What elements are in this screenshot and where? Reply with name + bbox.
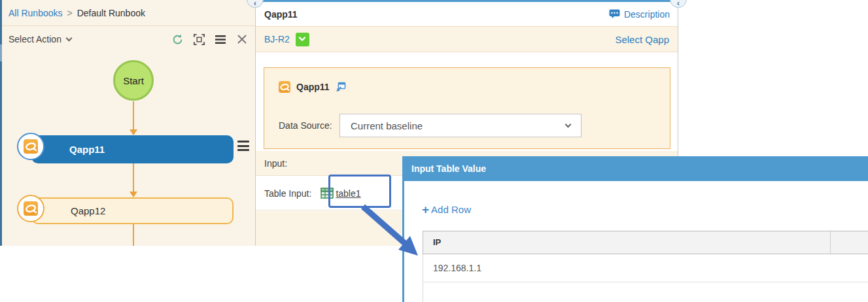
flow-node-qapp11[interactable]: Qapp11 — [31, 135, 234, 163]
plus-icon: + — [422, 203, 429, 216]
column-header-ip: IP — [423, 231, 830, 254]
add-row-button[interactable]: + Add Row — [422, 203, 471, 216]
description-button[interactable]: Description — [609, 9, 670, 20]
breadcrumb: All Runbooks > Default Runbook — [0, 0, 255, 26]
input-table-value-dialog: Input Table Value + Add Row IP 192.168.1… — [402, 156, 868, 302]
table-header-row: IP — [423, 231, 868, 254]
ip-cell: 192.168.1.1 — [433, 263, 481, 273]
detail-title: Qapp11 — [264, 9, 298, 20]
connector-arrowhead — [130, 129, 137, 135]
comment-icon — [609, 9, 620, 19]
runbook-screen: All Runbooks > Default Runbook Select Ac… — [0, 0, 868, 302]
fit-to-screen-icon[interactable] — [192, 33, 205, 46]
add-row-label: Add Row — [431, 204, 471, 215]
detail-header: Qapp11 Description — [256, 2, 678, 26]
canvas-edge-strip — [0, 0, 2, 246]
select-action-label: Select Action — [9, 34, 61, 44]
breadcrumb-all-runbooks[interactable]: All Runbooks — [9, 8, 63, 18]
node-label: Qapp12 — [71, 205, 105, 216]
select-qapp-link[interactable]: Select Qapp — [615, 34, 669, 45]
collapse-right-panel-button[interactable]: ‹ — [670, 0, 687, 8]
table-row-empty[interactable] — [423, 282, 868, 302]
description-label: Description — [624, 9, 670, 20]
runbook-flow-panel: All Runbooks > Default Runbook Select Ac… — [0, 0, 255, 246]
node-qapp12-badge — [17, 195, 44, 222]
card-qapp-title: Qapp11 — [296, 82, 330, 92]
node-qapp11-badge — [17, 133, 44, 160]
table-row[interactable]: 192.168.1.1 — [423, 254, 868, 282]
menu-icon[interactable] — [214, 33, 227, 46]
qapp-icon — [24, 201, 38, 216]
table-input-label: Table Input: — [264, 188, 311, 199]
connector-arrowhead — [130, 192, 137, 197]
device-name: BJ-R2 — [264, 34, 290, 44]
breadcrumb-separator: > — [67, 8, 73, 18]
flow-toolbar: Select Action — [0, 26, 255, 52]
annotation-highlight-box — [328, 175, 391, 208]
input-table: IP 192.168.1.1 — [423, 231, 868, 302]
column-header-actions — [830, 231, 868, 254]
data-source-value: Current baseline — [351, 120, 423, 131]
canvas-scroll-thumb[interactable] — [0, 44, 2, 61]
device-status-dropdown[interactable] — [296, 33, 309, 46]
breadcrumb-current: Default Runbook — [77, 8, 145, 18]
connector-line — [133, 224, 134, 246]
data-source-label: Data Source: — [279, 114, 332, 137]
card-title-row: Qapp11 — [279, 81, 346, 93]
refresh-icon[interactable] — [171, 33, 184, 46]
dialog-title: Input Table Value — [402, 156, 868, 181]
connector-line — [133, 163, 134, 192]
open-in-window-icon[interactable] — [336, 82, 346, 92]
qapp-icon — [24, 139, 38, 154]
chevron-down-icon — [298, 37, 306, 42]
flow-start-node[interactable]: Start — [113, 60, 154, 101]
flow-canvas[interactable]: Start Qapp11 Qapp12 — [0, 52, 255, 246]
chevron-down-icon — [65, 35, 72, 41]
dialog-body: + Add Row IP 192.168.1.1 — [402, 181, 868, 302]
node-label: Qapp11 — [69, 144, 105, 155]
chevron-left-icon: ‹ — [247, 0, 263, 8]
select-action-dropdown[interactable]: Select Action — [9, 34, 71, 44]
flow-toolbar-icons — [171, 33, 249, 46]
collapse-left-panel-button[interactable]: ‹ — [247, 0, 264, 8]
device-row: BJ-R2 Select Qapp — [256, 26, 678, 52]
data-source-select[interactable]: Current baseline — [339, 114, 582, 137]
connector-line — [133, 101, 134, 129]
chevron-left-icon: ‹ — [670, 0, 686, 8]
close-icon[interactable] — [235, 33, 249, 46]
flow-node-qapp12[interactable]: Qapp12 — [31, 197, 234, 224]
chevron-down-icon — [565, 121, 572, 127]
qapp-settings-card: Qapp11 Data Source: Current baseline — [264, 67, 670, 149]
node-qapp11-menu-icon[interactable] — [237, 141, 249, 151]
qapp-icon — [279, 81, 290, 93]
start-label: Start — [123, 75, 144, 86]
